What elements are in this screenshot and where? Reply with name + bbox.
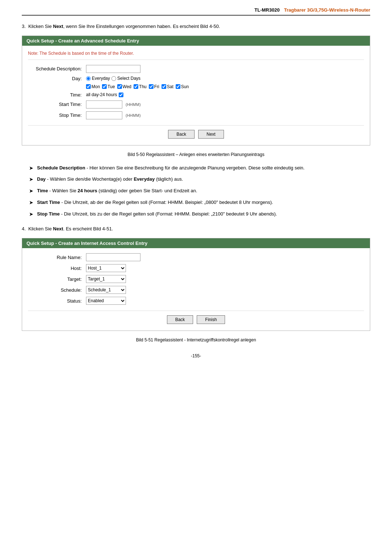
sat-checkbox[interactable] <box>162 84 166 89</box>
tue-label: Tue <box>107 84 115 89</box>
sun-checkbox-label[interactable]: Sun <box>176 84 189 89</box>
schedule-select[interactable]: Schedule_1 <box>86 286 126 294</box>
mon-label: Mon <box>91 84 100 89</box>
schedule-control: Schedule_1 <box>86 286 126 294</box>
schedule-entry-box: Quick Setup - Create an Advanced Schedul… <box>22 36 370 145</box>
start-hhmm-hint: (HHMM) <box>126 102 141 107</box>
wed-checkbox-label[interactable]: Wed <box>117 84 131 89</box>
bullet-stop-time: ➤ Stop Time - Die Uhrzeit, bis zu der di… <box>29 210 370 218</box>
thu-checkbox-label[interactable]: Thu <box>134 84 147 89</box>
fri-label: Fri <box>154 84 159 89</box>
select-days-radio-label[interactable]: Select Days <box>111 76 140 81</box>
access-control-box: Quick Setup - Create an Internet Access … <box>22 238 370 331</box>
tue-checkbox[interactable] <box>102 84 107 89</box>
rule-name-row: Rule Name: <box>28 253 364 261</box>
bullet-day: ➤ Day - Wählen Sie den/die Wochentag(e) … <box>29 176 370 184</box>
access-control-box-body: Rule Name: Host: Host_1 Target: Target_1 <box>22 248 370 331</box>
stop-time-input[interactable] <box>86 111 122 119</box>
status-row: Status: Enabled Disabled <box>28 297 364 305</box>
stop-time-control: (HHMM) <box>86 111 141 119</box>
status-label: Status: <box>28 298 86 304</box>
target-control: Target_1 <box>86 275 126 283</box>
schedule-note: Note: The Schedule is based on the time … <box>28 51 364 60</box>
time-label: Time: <box>28 92 86 98</box>
host-control: Host_1 <box>86 264 126 272</box>
stop-time-row: Stop Time: (HHMM) <box>28 111 364 119</box>
thu-label: Thu <box>139 84 147 89</box>
everyday-radio[interactable] <box>86 76 91 81</box>
bullet-arrow-1: ➤ <box>29 164 33 172</box>
rule-name-control <box>86 253 140 261</box>
device-description: Tragbarer 3G/3,75G-Wireless-N-Router <box>284 7 370 13</box>
schedule-description-control <box>86 65 140 73</box>
all-day-checkbox[interactable] <box>119 93 123 97</box>
bullet-schedule-description: ➤ Schedule Description - Hier können Sie… <box>29 164 370 172</box>
host-row: Host: Host_1 <box>28 264 364 272</box>
schedule-row: Schedule: Schedule_1 <box>28 286 364 294</box>
schedule-box-body: Note: The Schedule is based on the time … <box>22 46 370 145</box>
everyday-radio-label[interactable]: Everyday <box>86 76 110 81</box>
rule-name-input[interactable] <box>86 253 140 261</box>
page-header: TL-MR3020 Tragbarer 3G/3,75G-Wireless-N-… <box>22 7 370 16</box>
caption2: Bild 5-51 Regelassistent - Internetzugri… <box>22 337 370 342</box>
model-number: TL-MR3020 <box>254 7 279 13</box>
fri-checkbox-label[interactable]: Fri <box>149 84 159 89</box>
access-control-box-header: Quick Setup - Create an Internet Access … <box>22 238 370 248</box>
start-time-input[interactable] <box>86 100 122 108</box>
host-select[interactable]: Host_1 <box>86 264 126 272</box>
sun-label: Sun <box>181 84 189 89</box>
target-row: Target: Target_1 <box>28 275 364 283</box>
stop-hhmm-hint: (HHMM) <box>126 113 141 118</box>
bullet-start-time: ➤ Start Time - Die Uhrzeit, ab der die R… <box>29 199 370 207</box>
schedule-back-button[interactable]: Back <box>168 130 195 139</box>
status-control: Enabled Disabled <box>86 297 126 305</box>
mon-checkbox-label[interactable]: Mon <box>86 84 100 89</box>
select-days-radio[interactable] <box>111 76 116 81</box>
rule-name-label: Rule Name: <box>28 255 86 260</box>
access-back-button[interactable]: Back <box>167 315 193 324</box>
schedule-button-row: Back Next <box>28 125 364 139</box>
schedule-description-row: Schedule Description: <box>28 65 364 73</box>
access-button-row: Back Finish <box>28 311 364 324</box>
bullet-arrow-5: ➤ <box>29 210 33 218</box>
schedule-description-label: Schedule Description: <box>28 66 86 71</box>
day-control: Everyday Select Days <box>86 76 140 81</box>
all-day-label: all day-24 hours <box>86 92 117 97</box>
day-label: Day: <box>28 76 86 81</box>
time-row: Time: all day-24 hours <box>28 92 364 98</box>
bullet-arrow-3: ➤ <box>29 187 33 195</box>
step4-text: 4. Klicken Sie Next. Es erscheint Bild 4… <box>22 225 370 233</box>
bullet-arrow-2: ➤ <box>29 176 33 184</box>
schedule-label: Schedule: <box>28 287 86 293</box>
start-time-control: (HHMM) <box>86 100 141 108</box>
target-label: Target: <box>28 276 86 282</box>
bullet-time: ➤ Time - Wählen Sie 24 hours (ständig) o… <box>29 187 370 195</box>
start-time-row: Start Time: (HHMM) <box>28 100 364 108</box>
wed-label: Wed <box>123 84 131 89</box>
mon-checkbox[interactable] <box>86 84 91 89</box>
bullet-arrow-4: ➤ <box>29 199 33 207</box>
status-select[interactable]: Enabled Disabled <box>86 297 126 305</box>
tue-checkbox-label[interactable]: Tue <box>102 84 115 89</box>
sat-checkbox-label[interactable]: Sat <box>162 84 173 89</box>
stop-time-label: Stop Time: <box>28 112 86 118</box>
day-checkboxes-row: Mon Tue Wed Thu Fri <box>28 84 364 89</box>
page-number: -155- <box>22 353 370 358</box>
target-select[interactable]: Target_1 <box>86 275 126 283</box>
step3-text: 3. Klicken Sie Next, wenn Sie Ihre Einst… <box>22 23 370 30</box>
day-checkboxes-area: Mon Tue Wed Thu Fri <box>86 84 189 89</box>
wed-checkbox[interactable] <box>117 84 122 89</box>
bullet-list: ➤ Schedule Description - Hier können Sie… <box>29 164 370 218</box>
schedule-box-header: Quick Setup - Create an Advanced Schedul… <box>22 36 370 46</box>
sun-checkbox[interactable] <box>176 84 180 89</box>
caption1: Bild 5-50 Regelassistent – Anlegen eines… <box>22 152 370 157</box>
fri-checkbox[interactable] <box>149 84 154 89</box>
host-label: Host: <box>28 266 86 271</box>
access-finish-button[interactable]: Finish <box>197 315 225 324</box>
thu-checkbox[interactable] <box>134 84 138 89</box>
day-row: Day: Everyday Select Days <box>28 76 364 81</box>
schedule-description-input[interactable] <box>86 65 140 73</box>
time-control: all day-24 hours <box>86 92 123 97</box>
schedule-next-button[interactable]: Next <box>198 130 224 139</box>
start-time-label: Start Time: <box>28 102 86 107</box>
